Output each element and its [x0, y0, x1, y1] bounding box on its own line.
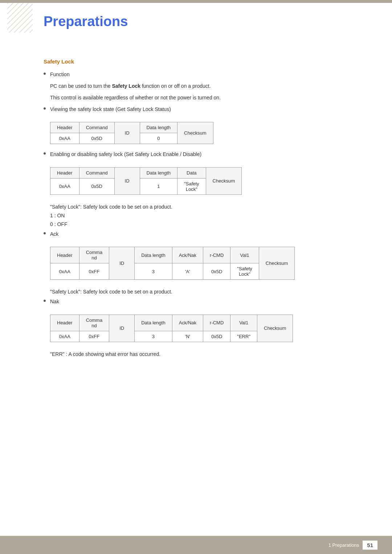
table2-header-data: Data	[177, 167, 206, 178]
bullet-text-viewing: Viewing the safety lock state (Get Safet…	[50, 105, 171, 113]
note2: "Safety Lock": Safety lock code to be se…	[50, 289, 363, 295]
table4-header-command: Command	[79, 315, 109, 331]
note1: "Safety Lock": Safety lock code to be se…	[50, 204, 363, 210]
table2-row-datalength: 1	[140, 178, 177, 194]
table4-header-rcmd: r-CMD	[203, 315, 230, 331]
table2-row-data: "SafetyLock"	[177, 178, 206, 194]
table4-header-id: ID	[109, 315, 135, 342]
table3-header-checksum: Checksum	[259, 247, 294, 280]
bullet-dot-4	[44, 232, 46, 234]
table2-header-header: Header	[50, 167, 79, 178]
bullet-ack: Ack	[44, 230, 363, 238]
table1-wrapper: Header Command ID Data length Checksum 0…	[50, 122, 213, 144]
bullet-enabling: Enabling or disabling safety lock (Set S…	[44, 150, 363, 158]
off-label: 0 : OFF	[50, 221, 363, 227]
table1-header-header: Header	[50, 122, 79, 133]
bullet-dot-2	[44, 107, 46, 110]
bullet-text-ack: Ack	[50, 230, 58, 238]
table3-header-command: Command	[79, 247, 109, 263]
table4-header-checksum: Checksum	[257, 315, 293, 342]
footer-label: 1 Preparations	[328, 542, 359, 548]
on-label: 1 : ON	[50, 213, 363, 218]
table3-row-datalength: 3	[135, 263, 172, 280]
table3-header-header: Header	[50, 247, 79, 263]
bullet-dot-1	[44, 73, 46, 75]
table2: Header Command ID Data length Data Check…	[50, 167, 242, 195]
table3-row-val1: "SafetyLock"	[230, 263, 259, 280]
safety-lock-bold: Safety Lock	[112, 83, 140, 89]
bullet-nak: Nak	[44, 297, 363, 305]
bullet-function: Function	[44, 70, 363, 78]
table1-header-command: Command	[79, 122, 114, 133]
table4-header-header: Header	[50, 315, 79, 331]
table2-header-checksum: Checksum	[206, 167, 241, 194]
table3-header-rcmd: r-CMD	[203, 247, 230, 263]
table4-row-rcmd: 0x5D	[203, 331, 230, 342]
table3-header-id: ID	[109, 247, 135, 280]
footer: 1 Preparations 51	[0, 536, 392, 554]
table4-row-header: 0xAA	[50, 331, 79, 342]
table2-header-command: Command	[79, 167, 114, 178]
content-area: Safety Lock Function PC can be used to t…	[0, 37, 392, 382]
table1-header-datalength: Data length	[140, 122, 177, 133]
table4: Header Command ID Data length Ack/Nak r-…	[50, 315, 293, 342]
table1-row-command: 0x5D	[79, 133, 114, 144]
function-line1: PC can be used to turn the Safety Lock f…	[50, 82, 363, 91]
table3-row-acknak: 'A'	[172, 263, 203, 280]
table3-row-rcmd: 0x5D	[203, 263, 230, 280]
header-area: Preparations	[0, 0, 392, 37]
table3-wrapper: Header Command ID Data length Ack/Nak r-…	[50, 247, 295, 280]
table2-wrapper: Header Command ID Data length Data Check…	[50, 167, 242, 195]
table2-header-id: ID	[114, 167, 140, 194]
page-container: Preparations Safety Lock Function PC can…	[0, 0, 392, 554]
table3-header-datalength: Data length	[135, 247, 172, 263]
table1-header-id: ID	[114, 122, 140, 144]
table4-wrapper: Header Command ID Data length Ack/Nak r-…	[50, 315, 293, 342]
table2-row-header: 0xAA	[50, 178, 79, 194]
table4-row-datalength: 3	[135, 331, 172, 342]
page-title: Preparations	[44, 14, 363, 29]
bullet-text-nak: Nak	[50, 297, 59, 305]
table4-header-datalength: Data length	[135, 315, 172, 331]
table3-header-acknak: Ack/Nak	[172, 247, 203, 263]
table3-header-val1: Val1	[230, 247, 259, 263]
section-title: Safety Lock	[44, 58, 363, 65]
table3-row-header: 0xAA	[50, 263, 79, 280]
table4-row-command: 0xFF	[79, 331, 109, 342]
bullet-text-enabling: Enabling or disabling safety lock (Set S…	[50, 150, 201, 158]
table1-row-header: 0xAA	[50, 133, 79, 144]
table4-row-val1: "ERR"	[230, 331, 257, 342]
footer-page-number: 51	[363, 541, 377, 550]
note3: "ERR" : A code showing what error has oc…	[50, 351, 363, 357]
table4-row-acknak: 'N'	[172, 331, 203, 342]
bullet-text-function: Function	[50, 70, 70, 78]
table4-header-acknak: Ack/Nak	[172, 315, 203, 331]
table4-header-val1: Val1	[230, 315, 257, 331]
table1: Header Command ID Data length Checksum 0…	[50, 122, 213, 144]
bullet-dot-3	[44, 152, 46, 155]
table1-row-datalength: 0	[140, 133, 177, 144]
table2-row-command: 0x5D	[79, 178, 114, 194]
table3-row-command: 0xFF	[79, 263, 109, 280]
function-line2: This control is available regardless of …	[50, 94, 363, 102]
table1-header-checksum: Checksum	[177, 122, 213, 144]
table3: Header Command ID Data length Ack/Nak r-…	[50, 247, 295, 280]
table2-header-datalength: Data length	[140, 167, 177, 178]
bullet-viewing: Viewing the safety lock state (Get Safet…	[44, 105, 363, 113]
bullet-dot-5	[44, 300, 46, 302]
